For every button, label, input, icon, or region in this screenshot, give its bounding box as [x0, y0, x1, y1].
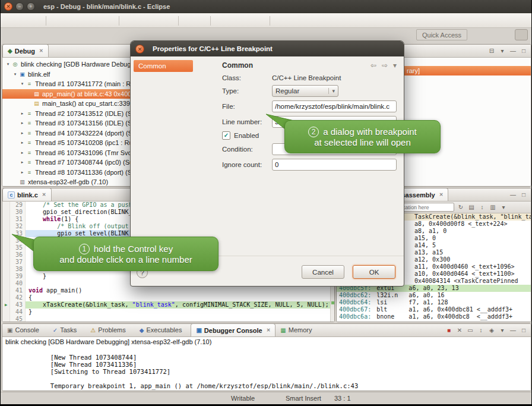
sync-context-icon[interactable]: ↕: [478, 204, 486, 210]
window-minimize-button[interactable]: −: [15, 2, 24, 11]
resume-icon[interactable]: [62, 15, 75, 27]
code-line[interactable]: [26, 316, 334, 322]
new-wizard-icon[interactable]: [3, 15, 16, 27]
minimize-view-icon[interactable]: —: [509, 327, 517, 333]
tab-close-icon[interactable]: ✕: [39, 48, 43, 53]
enabled-checkbox[interactable]: ✓: [222, 131, 230, 140]
line-number[interactable]: 30: [10, 209, 26, 216]
console-tab[interactable]: ⚠ Problems: [86, 323, 134, 336]
new-c-project-icon[interactable]: [227, 15, 240, 27]
step-into-icon[interactable]: [122, 15, 135, 27]
show-source-icon[interactable]: ▤: [467, 204, 476, 210]
line-number[interactable]: 45: [10, 316, 26, 322]
minimize-view-icon[interactable]: —: [509, 48, 517, 54]
collapse-all-icon[interactable]: ⊟: [487, 48, 496, 54]
expander-icon[interactable]: ▾: [5, 62, 11, 67]
console-menu-icon[interactable]: ▾: [498, 327, 506, 333]
editor-margin-marker[interactable]: ▶: [2, 301, 10, 309]
editor-margin-marker[interactable]: [2, 294, 10, 301]
back-icon[interactable]: ⇦: [370, 61, 376, 70]
code-line[interactable]: xTaskCreate(&blink_task, "blink_task", c…: [26, 301, 334, 309]
expander-icon[interactable]: ▸: [19, 170, 26, 175]
scroll-lock-icon[interactable]: ↕: [477, 327, 485, 333]
editor-margin-marker[interactable]: [2, 273, 10, 280]
line-number[interactable]: 37: [10, 259, 26, 266]
line-number[interactable]: 44: [10, 309, 26, 316]
console-tab[interactable]: ▦ Memory: [276, 323, 321, 336]
step-return-icon[interactable]: [149, 15, 162, 27]
minimize-view-icon[interactable]: —: [509, 191, 517, 198]
console-tab[interactable]: ▣ Debugger Console ✕: [191, 323, 276, 336]
console-tab[interactable]: ◆ Executables: [135, 323, 191, 336]
line-number[interactable]: 42: [10, 294, 26, 301]
file-field[interactable]: [272, 100, 397, 112]
console-output[interactable]: blink checking [GDB Hardware Debugging] …: [2, 337, 531, 391]
editor-margin-marker[interactable]: [2, 316, 10, 322]
editor-margin-marker[interactable]: [2, 309, 10, 316]
pin-console-icon[interactable]: ◈: [487, 327, 496, 333]
editor-margin-marker[interactable]: [2, 287, 10, 294]
console-tab[interactable]: ▣ Console: [2, 323, 48, 336]
code-row[interactable]: 41 void app_main(): [2, 287, 334, 294]
window-close-button[interactable]: ✕: [4, 2, 12, 11]
expander-icon[interactable]: ▸: [19, 131, 26, 136]
line-number[interactable]: 43: [10, 301, 26, 309]
view-menu-icon[interactable]: ▾: [393, 61, 397, 70]
code-row[interactable]: 42 {: [2, 294, 334, 301]
debug-icon[interactable]: [195, 15, 208, 27]
line-number[interactable]: 29: [10, 202, 26, 209]
type-dropdown[interactable]: Regular ▾: [272, 85, 338, 97]
run-icon[interactable]: [181, 15, 194, 27]
toggle-mark-occurrences-icon[interactable]: [254, 15, 267, 27]
expander-icon[interactable]: ▾: [12, 72, 18, 77]
dialog-close-button[interactable]: ✕: [135, 45, 144, 53]
back-icon[interactable]: [273, 15, 286, 27]
ignore-count-field[interactable]: [272, 159, 397, 171]
expander-icon[interactable]: ▾: [19, 81, 26, 86]
save-all-icon[interactable]: [30, 15, 43, 27]
open-perspective-icon[interactable]: [485, 29, 498, 40]
clear-console-icon[interactable]: ▭: [466, 327, 474, 333]
console-tab[interactable]: ✓ Tasks: [48, 323, 86, 336]
code-row[interactable]: 45: [2, 316, 334, 322]
tab-close-icon[interactable]: ✕: [439, 192, 444, 197]
editor-margin-marker[interactable]: [2, 209, 10, 216]
disassembly-line[interactable]: 400dbc62: l32i.n a6, a0, 16: [337, 292, 531, 299]
overview-mark-ip[interactable]: [331, 301, 334, 304]
line-number[interactable]: 38: [10, 266, 26, 273]
editor-margin-marker[interactable]: [2, 280, 10, 287]
debug-perspective-icon[interactable]: [515, 29, 528, 40]
toolbar-separator[interactable]: [178, 16, 179, 26]
line-number[interactable]: 39: [10, 273, 26, 280]
expander-icon[interactable]: ▸: [19, 160, 26, 165]
dialog-titlebar[interactable]: ✕ Properties for C/C++ Line Breakpoint: [131, 41, 404, 56]
expander-icon[interactable]: ▸: [19, 121, 26, 125]
tab-blink-c[interactable]: c blink.c ✕: [2, 188, 52, 201]
editor-margin-marker[interactable]: [2, 259, 10, 266]
code-row[interactable]: 44 }: [2, 309, 334, 316]
toolbar-separator[interactable]: [210, 16, 211, 26]
maximize-view-icon[interactable]: □: [520, 327, 528, 333]
expander-icon[interactable]: ▸: [19, 150, 26, 155]
ok-button[interactable]: OK: [353, 265, 395, 279]
build-icon[interactable]: [213, 15, 226, 27]
save-icon[interactable]: [17, 15, 30, 27]
editor-margin-marker[interactable]: [2, 251, 10, 259]
editor-margin-marker[interactable]: [2, 266, 10, 273]
titlebar[interactable]: ✕ − + esp - Debug - blink/main/blink.c -…: [1, 0, 531, 13]
editor-margin-marker[interactable]: [2, 237, 10, 244]
line-number[interactable]: 40: [10, 280, 26, 287]
search-icon[interactable]: [240, 15, 254, 27]
expander-icon[interactable]: ▸: [19, 111, 26, 116]
toolbar-separator[interactable]: [270, 16, 270, 26]
tab-close-icon[interactable]: ✕: [267, 328, 271, 333]
toolbar-separator[interactable]: [46, 16, 46, 26]
tab-debug[interactable]: ◈ Debug ✕: [2, 44, 49, 57]
code-line[interactable]: void app_main(): [26, 287, 334, 294]
disassembly-line[interactable]: 400dbc6a: bnone a1, a6, 0x400dbc8 <__add…: [337, 313, 531, 320]
editor-margin-marker[interactable]: [2, 202, 10, 209]
line-number[interactable]: 32: [10, 223, 26, 230]
line-number[interactable]: 41: [10, 287, 26, 294]
maximize-view-icon[interactable]: □: [520, 48, 528, 54]
forward-icon[interactable]: ⇨: [382, 61, 388, 70]
